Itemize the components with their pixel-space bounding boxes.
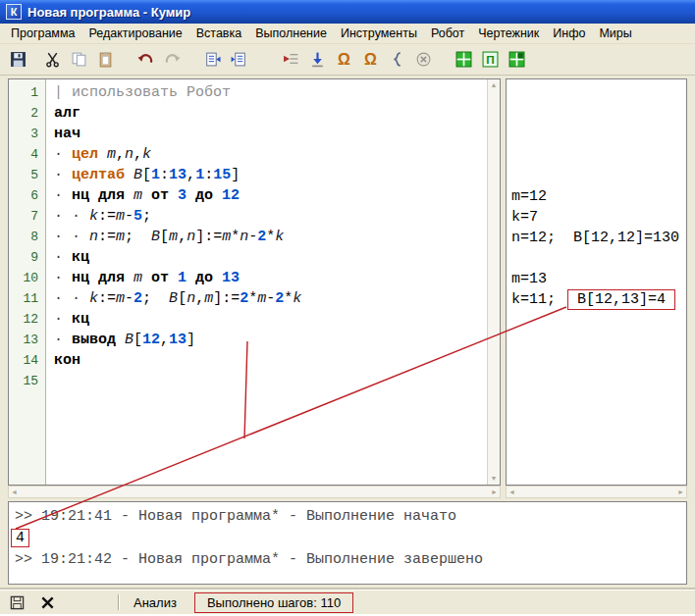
menu-item-2[interactable]: Редактирование [82, 25, 189, 42]
menu-item-4[interactable]: Выполнение [248, 25, 334, 42]
copy-icon [71, 51, 87, 68]
editor-panel[interactable]: 123456789101112131415 | использовать Роб… [8, 78, 501, 486]
code-area[interactable]: | использовать Роботалгнач· цел m,n,k· ц… [46, 79, 487, 485]
margin-line [511, 372, 686, 392]
close-x-icon [40, 595, 55, 610]
line-number: 1 [9, 82, 45, 103]
robot-field-window-button[interactable] [451, 47, 477, 73]
margin-horizontal-scrollbar[interactable]: ◄ ► [506, 486, 687, 498]
workspace: 123456789101112131415 | использовать Роб… [0, 76, 695, 498]
paste-button[interactable] [92, 47, 119, 73]
line-number: 8 [9, 227, 45, 247]
undo-arrow-icon [137, 51, 154, 68]
save-icon [10, 51, 27, 68]
code-line: · кц [54, 247, 487, 268]
console-message-line: >> 19:21:42 - Новая программа* - Выполне… [15, 549, 686, 571]
app-window: К Новая программа - Кумир ПрограммаРедак… [0, 0, 695, 614]
margin-line: k=11;B[12,13]=4 [511, 289, 686, 310]
app-icon: К [6, 4, 22, 20]
run-to-cursor-icon [283, 51, 299, 68]
step-into-icon [309, 51, 326, 68]
robot-field-grid-icon [455, 51, 472, 68]
status-close-button[interactable] [40, 595, 55, 610]
code-line: нач [54, 124, 487, 144]
margin-line [511, 145, 686, 166]
status-analysis-label: Анализ [134, 595, 177, 610]
code-line: · вывод B[12,13] [54, 330, 487, 350]
line-number: 15 [9, 371, 45, 391]
stop-button[interactable] [410, 47, 437, 73]
line-number: 3 [9, 124, 45, 144]
code-line: кон [54, 350, 487, 371]
menu-item-5[interactable]: Инструменты [334, 25, 424, 42]
scroll-up-icon[interactable]: ▲ [491, 81, 498, 89]
save-button[interactable] [5, 47, 31, 73]
redo-button[interactable] [159, 47, 186, 73]
code-line: · нц для m от 3 до 12 [54, 185, 487, 206]
menu-item-1[interactable]: Программа [4, 25, 82, 42]
robot-pult-icon: П [482, 51, 499, 68]
menu-item-7[interactable]: Чертежник [471, 25, 546, 42]
menu-item-9[interactable]: Миры [592, 25, 638, 42]
line-number: 2 [9, 103, 45, 124]
menu-item-8[interactable]: Инфо [546, 25, 592, 42]
line-number: 6 [9, 185, 45, 206]
line-number: 4 [9, 144, 45, 165]
save-outline-icon [10, 595, 25, 610]
robot-field-edit-button[interactable] [504, 47, 530, 73]
margin-line [511, 310, 686, 331]
console-output-line: 4 [15, 528, 686, 549]
margin-line [511, 125, 686, 145]
margin-line: k=7 [511, 207, 686, 228]
redo-arrow-icon [164, 51, 181, 68]
stop-icon [415, 51, 432, 68]
step-omega-icon: Ω [338, 52, 350, 68]
editor-vertical-scrollbar[interactable]: ▲ ▼ [487, 79, 500, 485]
format-unindent-button[interactable] [226, 47, 252, 73]
cut-button[interactable] [39, 47, 66, 73]
robot-pult-button[interactable]: П [477, 47, 504, 73]
line-number: 14 [9, 350, 45, 371]
step-button[interactable]: Ω [331, 47, 357, 73]
scroll-right-icon[interactable]: ► [491, 488, 498, 496]
paste-icon [97, 51, 114, 68]
window-title: Новая программа - Кумир [27, 5, 190, 20]
menu-item-6[interactable]: Робот [424, 25, 471, 42]
copy-button[interactable] [66, 47, 92, 73]
run-to-cursor-button[interactable] [278, 47, 304, 73]
undo-button[interactable] [133, 47, 159, 73]
menubar: ПрограммаРедактированиеВставкаВыполнение… [0, 24, 695, 44]
step-into-button[interactable] [304, 47, 331, 73]
menu-item-3[interactable]: Вставка [189, 25, 248, 42]
line-number: 13 [9, 330, 45, 350]
run-to-end-icon [389, 51, 405, 68]
scroll-right-icon[interactable]: ► [677, 488, 684, 496]
code-line: · нц для m от 1 до 13 [54, 268, 487, 288]
console-panel[interactable]: >> 19:21:41 - Новая программа* - Выполне… [8, 501, 687, 585]
run-to-end-button[interactable] [384, 47, 410, 73]
format-indent-button[interactable] [199, 47, 226, 73]
margin-line [511, 351, 686, 372]
status-save-button[interactable] [10, 595, 25, 610]
results-margin-panel[interactable]: m=12k=7n=12; B[12,12]=130m=13k=11;B[12,1… [506, 78, 687, 486]
console-message-line: >> 19:21:41 - Новая программа* - Выполне… [15, 506, 686, 528]
margin-line [511, 248, 686, 269]
toolbar: Ω Ω П [0, 44, 695, 76]
scroll-down-icon[interactable]: ▼ [491, 475, 498, 483]
line-number: 7 [9, 206, 45, 227]
margin-line: m=13 [511, 269, 686, 289]
margin-line: m=12 [511, 186, 686, 207]
margin-line [511, 166, 686, 186]
scroll-left-icon[interactable]: ◄ [508, 488, 515, 496]
code-line: · целтаб B[1:13,1:15] [54, 165, 487, 185]
scroll-left-icon[interactable]: ◄ [11, 488, 18, 496]
scissors-icon [44, 51, 61, 68]
editor-horizontal-scrollbar[interactable]: ◄ ► [8, 486, 501, 498]
titlebar[interactable]: К Новая программа - Кумир [0, 0, 695, 24]
statusbar: Анализ Выполнено шагов: 110 [0, 590, 695, 614]
step-fine-button[interactable]: Ω [357, 47, 384, 73]
margin-line [511, 104, 686, 125]
code-line: · · k:=m-5; [54, 206, 487, 227]
program-output-box: 4 [11, 529, 29, 547]
line-number: 12 [9, 309, 45, 330]
